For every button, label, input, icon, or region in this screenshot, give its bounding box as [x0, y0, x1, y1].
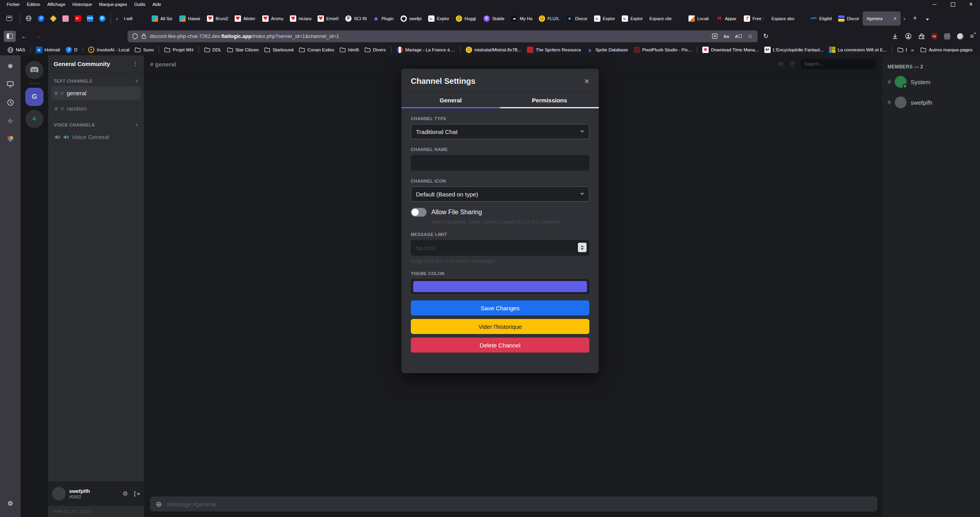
tab-general[interactable]: General	[401, 92, 500, 108]
browser-tab[interactable]: PSCI RE	[342, 11, 370, 26]
bookmark-item[interactable]: Projet WH	[162, 46, 196, 53]
browser-tab[interactable]: ◆Plugin	[370, 11, 397, 26]
members-toggle-icon[interactable]	[777, 61, 784, 67]
browser-tab[interactable]: ♥Aromy	[259, 11, 287, 26]
add-text-channel-icon[interactable]	[135, 78, 138, 84]
account-icon[interactable]	[905, 33, 912, 40]
bookmark-item[interactable]: EFL'Encyclopédie Fantast...	[762, 45, 826, 54]
channel-item-random[interactable]: random	[51, 102, 141, 115]
history-clock-icon[interactable]	[5, 97, 15, 108]
clear-history-button[interactable]: Vider l'historique	[411, 319, 589, 334]
ublock-icon[interactable]: UO	[931, 33, 937, 40]
other-bookmarks[interactable]: Autres marque-pages	[918, 46, 975, 53]
browser-tab[interactable]: Hawai	[176, 11, 204, 26]
browser-tab[interactable]: ◣Explor	[619, 11, 646, 26]
pin-icon[interactable]	[790, 61, 795, 67]
settings-gear-icon[interactable]	[5, 498, 15, 508]
url-bar[interactable]: discord-like-php-chat-7262.dev.flatlogic…	[128, 30, 758, 42]
pinned-tab-diamond[interactable]	[47, 12, 59, 25]
browser-tab[interactable]: SLAppar	[713, 11, 741, 26]
voice-channel-item[interactable]: Voice General	[51, 130, 141, 144]
active-tab[interactable]: #genera	[863, 11, 901, 26]
colorful-dots-icon[interactable]	[5, 134, 15, 144]
shield-icon[interactable]	[132, 33, 138, 40]
theme-color-swatch[interactable]	[413, 281, 587, 292]
browser-tab[interactable]: Locati	[685, 11, 713, 26]
message-input[interactable]	[166, 500, 872, 508]
minimize-icon[interactable]	[925, 0, 944, 9]
back-icon[interactable]	[18, 31, 30, 42]
channel-name-input[interactable]	[411, 155, 589, 171]
bookmark-item[interactable]: Divers	[895, 46, 907, 53]
server-menu-icon[interactable]	[132, 60, 138, 67]
stepper-up-icon[interactable]	[581, 245, 584, 247]
browser-tab[interactable]: ☺Huggi	[453, 11, 480, 26]
number-stepper[interactable]	[578, 243, 587, 252]
menu-aide[interactable]: Aide	[149, 1, 165, 8]
downloads-icon[interactable]	[892, 33, 898, 40]
menu-edition[interactable]: Édition	[23, 1, 44, 8]
channel-icon-select[interactable]: Default (Based on type)	[411, 187, 589, 202]
close-modal-icon[interactable]	[584, 77, 589, 86]
scroll-tabs-right-icon[interactable]	[901, 15, 908, 22]
bookmarks-overflow-icon[interactable]: »	[907, 47, 918, 53]
save-button[interactable]: Save Changes	[411, 300, 589, 315]
bookmark-item[interactable]: ☺mistralai/Mixtral-8x7B...	[463, 45, 525, 54]
browser-tab[interactable]: ♥Bruni2	[204, 11, 231, 26]
member-row-swefpifh[interactable]: swefpifh	[888, 96, 980, 108]
browser-tab[interactable]: ◣Explor	[425, 11, 453, 26]
bookmark-star-icon[interactable]	[748, 33, 753, 40]
sidebar-toggle-icon[interactable]	[4, 31, 16, 42]
menu-affichage[interactable]: Affichage	[44, 1, 69, 8]
browser-tab[interactable]: ♥niciara	[287, 11, 314, 26]
browser-tab[interactable]: Espace abo	[768, 11, 807, 26]
app-menu-icon[interactable]	[970, 33, 974, 40]
bookmark-item[interactable]: PixelPlush Studio - Pix...	[631, 45, 694, 54]
tab-permissions[interactable]: Permissions	[500, 92, 599, 108]
save-page-icon[interactable]	[712, 33, 718, 39]
channel-item-general[interactable]: general	[51, 86, 141, 100]
add-voice-channel-icon[interactable]	[135, 122, 138, 128]
menu-outils[interactable]: Outils	[131, 1, 149, 8]
browser-tab[interactable]: ◣Explor	[591, 11, 619, 26]
menu-historique[interactable]: Historique	[69, 1, 96, 8]
delete-button[interactable]: Delete Channel	[411, 338, 589, 353]
bookmark-item[interactable]: Star Citizen	[224, 46, 261, 53]
bookmark-item[interactable]: ▲Sprite Database	[584, 45, 630, 54]
bookmark-item[interactable]: Starbound	[261, 46, 296, 53]
gray-extension-icon[interactable]	[957, 33, 963, 40]
file-sharing-toggle[interactable]	[411, 208, 427, 217]
bookmarks-star-icon[interactable]	[5, 115, 15, 126]
bookmark-item[interactable]: NAS	[5, 46, 28, 54]
browser-tab[interactable]: Discor	[563, 11, 591, 26]
browser-tab[interactable]: ♥Alister	[231, 11, 259, 26]
translate-icon[interactable]	[724, 34, 729, 39]
firefox-view-icon[interactable]	[3, 13, 15, 24]
pinned-tab-facebook[interactable]: f	[35, 12, 47, 25]
bookmark-item[interactable]: The Spriters Resource	[524, 45, 584, 54]
browser-tab[interactable]: ♥Emie0	[314, 11, 342, 26]
reload-icon[interactable]	[760, 31, 772, 42]
bookmark-item[interactable]: La connexion Wifi et E...	[826, 45, 890, 54]
server-icon-general-community[interactable]: G	[25, 88, 43, 106]
new-tab-icon[interactable]	[908, 14, 922, 23]
user-settings-gear-icon[interactable]	[123, 490, 128, 497]
browser-tab[interactable]: Espace clie	[646, 11, 685, 26]
server-header[interactable]: General Community	[48, 55, 144, 72]
browser-tab[interactable]: ☁My Ha	[508, 11, 536, 26]
message-composer[interactable]	[150, 496, 877, 511]
bookmark-item[interactable]: ♥Download Time Mana...	[700, 45, 762, 54]
bookmark-item[interactable]: Conan Exiles	[296, 46, 337, 53]
browser-tab[interactable]: adnEligibil	[807, 11, 835, 26]
masked-extension-icon[interactable]	[944, 33, 950, 40]
browser-tab[interactable]: ☺FLUX.2	[536, 11, 563, 26]
browser-tab[interactable]: fFree :	[741, 11, 768, 26]
search-input[interactable]	[801, 59, 876, 69]
message-limit-input[interactable]	[411, 240, 589, 256]
menu-marque-pages[interactable]: Marque-pages	[96, 1, 131, 8]
bookmark-item[interactable]: fD	[63, 45, 80, 54]
pinned-tab-globe[interactable]	[23, 12, 35, 25]
pinned-tab-synology[interactable]: D	[96, 12, 108, 25]
close-tab-icon[interactable]	[893, 15, 897, 22]
stepper-down-icon[interactable]	[581, 248, 584, 250]
